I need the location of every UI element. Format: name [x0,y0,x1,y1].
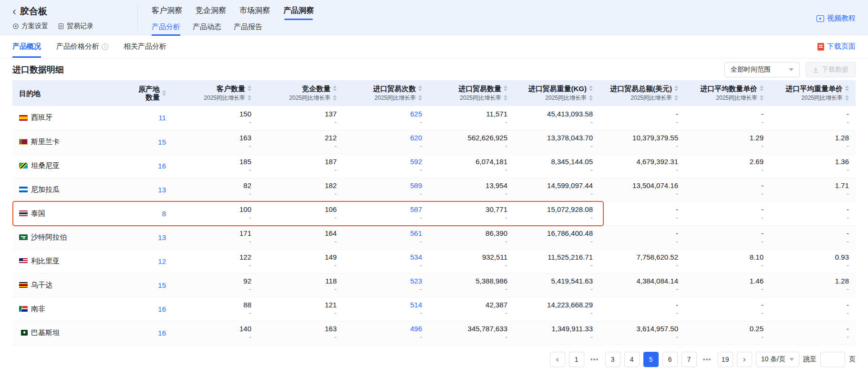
column-header-avg_wt_price[interactable]: 进口平均重量单价2025同比增长率 [770,80,856,106]
main-tab-product-insights[interactable]: 产品洞察 [283,6,314,18]
growth-rate-value: - [606,285,678,294]
cell-quantity: 932,511- [429,249,514,273]
page-title: 胶合板 [20,5,47,18]
sort-icon[interactable] [760,95,764,101]
growth-rate-value: - [521,190,593,198]
origin-count-link[interactable]: 15 [158,138,166,146]
page-ellipsis[interactable]: ••• [701,356,714,363]
column-header-quantity[interactable]: 进口贸易数量2025同比增长率 [429,80,514,106]
page-button-6[interactable]: 6 [662,352,678,367]
column-header-weight[interactable]: 进口贸易重量(KG)2025同比增长率 [514,80,599,106]
sort-icon[interactable] [845,95,849,101]
origin-count-link[interactable]: 16 [158,329,166,337]
download-page-link[interactable]: 下载页面 [817,42,856,51]
origin-count-link[interactable]: 12 [158,257,166,265]
nav-tab-product-overview[interactable]: 产品概况 [12,35,41,58]
page-ellipsis[interactable]: ••• [588,356,601,363]
sort-icon[interactable] [333,95,337,101]
cell-value: 345,787,633 [435,324,507,333]
origin-count-link[interactable]: 13 [158,233,166,242]
origin-count-link[interactable]: 11 [158,114,166,122]
back-icon[interactable]: ‹ [12,6,16,17]
trade-count-link[interactable]: 620 [350,133,422,142]
sub-tab-product-reports[interactable]: 产品报告 [234,22,262,32]
sort-icon[interactable] [845,85,849,91]
next-page-button[interactable]: › [737,352,752,367]
trade-records-button[interactable]: 贸易记录 [58,22,93,31]
table-row: 利比里亚12122-149-534-932,511-11,525,216.71-… [12,249,856,273]
download-data-button[interactable]: 下载数据 [806,62,856,77]
sort-icon[interactable] [504,85,507,91]
cell-total: 7,758,620.52- [599,249,685,273]
sub-tab-product-trends[interactable]: 产品动态 [193,22,221,32]
sort-icon[interactable] [418,95,422,101]
trade-count-link[interactable]: 561 [350,229,422,238]
trade-count-link[interactable]: 534 [350,252,422,262]
trade-count-link[interactable]: 514 [350,300,422,309]
sub-tab-product-analysis[interactable]: 产品分析 [152,22,180,32]
growth-rate-value: - [777,214,849,222]
column-header-origin[interactable]: 原产地数量 [97,80,173,106]
main-tab-competitor-insights[interactable]: 竞企洞察 [196,6,226,18]
column-header-competitors[interactable]: 竞企数量2025同比增长率 [258,80,343,106]
trade-count-link[interactable]: 592 [350,157,422,166]
sort-icon[interactable] [589,85,593,91]
origin-count-link[interactable]: 13 [158,186,166,194]
cell-quantity: 562,626,925- [429,130,514,154]
cell-quantity: 30,771- [429,201,514,225]
page-button-7[interactable]: 7 [682,352,697,367]
prev-page-button[interactable]: ‹ [550,352,565,367]
growth-rate-value: - [521,333,593,341]
trade-count-link[interactable]: 625 [350,109,422,118]
sort-icon[interactable] [162,90,166,96]
origin-count-link[interactable]: 16 [158,305,166,313]
trade-count-link[interactable]: 589 [350,181,422,190]
origin-count-cell: 15 [97,273,173,297]
sort-icon[interactable] [674,85,678,91]
column-header-avg_qty_price[interactable]: 进口平均数量单价2025同比增长率 [685,80,770,106]
cell-value: 2.69 [692,157,764,166]
page-button-1[interactable]: 1 [569,352,584,367]
growth-rate-value: - [692,190,764,198]
video-tutorial-link[interactable]: 视频教程 [816,14,856,23]
growth-rate-value: - [435,333,507,341]
page-button-4[interactable]: 4 [624,352,640,367]
origin-count-link[interactable]: 15 [158,281,166,289]
sort-icon[interactable] [504,95,507,101]
sort-icon[interactable] [248,95,251,101]
scheme-settings-button[interactable]: 方案设置 [12,22,48,31]
column-label: 进口贸易总额(美元) [610,84,672,93]
cell-value: 1.28 [777,133,849,142]
trade-count-link[interactable]: 523 [350,276,422,285]
destination-cell: 坦桑尼亚 [12,154,97,178]
growth-rate-value: - [521,309,593,317]
page-button-5[interactable]: 5 [643,352,659,367]
cell-value: 932,511 [435,252,507,262]
origin-count-link[interactable]: 16 [158,162,166,170]
column-header-customers[interactable]: 客户数量2025同比增长率 [173,80,258,106]
sort-icon[interactable] [674,95,678,101]
sort-icon[interactable] [589,95,593,101]
cell-trades: 561- [343,225,429,249]
sort-icon[interactable] [333,85,337,91]
main-tab-customer-insights[interactable]: 客户洞察 [152,6,182,18]
column-header-trades[interactable]: 进口贸易次数2025同比增长率 [343,80,429,106]
page-size-select[interactable]: 10 条/页 [756,352,799,367]
trade-count-link[interactable]: 496 [350,324,422,333]
trade-count-link[interactable]: 587 [350,205,422,214]
nav-tab-related-product-analysis[interactable]: 相关产品分析 [124,35,166,58]
sort-icon[interactable] [418,85,422,91]
page-button-3[interactable]: 3 [605,352,620,367]
main-tab-market-insights[interactable]: 市场洞察 [239,6,270,18]
nav-tab-product-price-analysis[interactable]: 产品价格分析i [56,35,108,58]
lr-flag-icon [19,258,28,264]
column-header-total[interactable]: 进口贸易总额(美元)2025同比增长率 [599,80,685,106]
origin-count-link[interactable]: 8 [162,210,166,218]
growth-rate-value: - [265,118,337,126]
jump-page-input[interactable] [820,352,845,367]
growth-rate-value: - [265,214,337,222]
time-range-select[interactable]: 全部时间范围 [724,62,800,77]
page-button-19[interactable]: 19 [718,352,733,367]
sort-icon[interactable] [760,85,764,91]
sort-icon[interactable] [248,85,251,91]
